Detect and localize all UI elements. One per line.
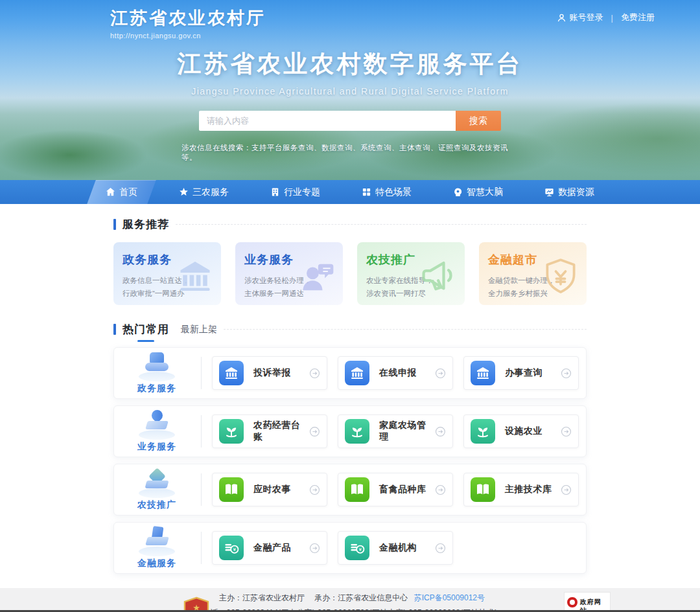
person-chat-icon [298,256,336,295]
nav-item-1[interactable]: 首页 [94,180,149,204]
recommend-card-1[interactable]: 政务服务政务信息一站直达，行政审批“一网通办 [113,242,221,305]
service-item-label: 设施农业 [505,425,542,437]
bank-icon [219,361,244,385]
finance-icon: ¥ [219,536,244,560]
service-item[interactable]: 家庭农场管理 [338,414,453,448]
footer-organizer: 承办：江苏省农业信息中心 [314,593,408,602]
hero-banner: 江苏省农业农村厅 http://nynct.jiangsu.gov.cn 账号登… [0,0,700,204]
service-item-label: 应时农事 [253,484,291,495]
topbar-separator: | [611,13,613,23]
arrow-circle-icon [435,484,446,495]
service-item[interactable]: 设施农业 [463,414,579,448]
service-item[interactable]: 农药经营台账 [212,414,327,448]
arrow-circle-icon [435,368,446,379]
book-icon [345,477,369,502]
service-row-2: 业务服务农药经营台账家庭农场管理设施农业 [113,405,587,457]
main-content: 服务推荐 政务服务政务信息一站直达，行政审批“一网通办业务服务涉农业务轻松办理，… [113,204,587,574]
service-item-label: 畜禽品种库 [379,484,426,495]
arrow-circle-icon [309,426,320,437]
shield-yuan-icon [541,256,580,295]
service-item-label: 金融机构 [379,542,417,554]
nav-item-label: 三农服务 [192,187,229,198]
service-item-label: 主推技术库 [505,484,552,495]
platform-title: 江苏省农业农村数字服务平台 [0,48,700,80]
service-item[interactable]: 投诉举报 [212,356,327,390]
gov-site-badge[interactable]: 政府网站 [564,592,611,612]
bank-icon [345,361,369,385]
hero-center: 江苏省农业农村数字服务平台 Jiangsu Province Agricultu… [0,34,700,163]
gov-illustration [135,352,178,381]
search-hint: 涉农信息在线搜索：支持平台服务查询、数据查询、系统查询、主体查询、证照查询及农技… [181,143,519,163]
nav-item-4[interactable]: 特色场景 [350,180,423,204]
service-item[interactable]: 主推技术库 [463,473,579,506]
service-category-label: 业务服务 [123,441,191,453]
section-accent-bar [113,219,116,230]
service-category[interactable]: 金融服务 [123,527,191,569]
nav-item-label: 数据资源 [558,187,594,198]
nav-item-label: 智慧大脑 [467,187,503,198]
scene-icon [362,187,371,197]
tab-latest[interactable]: 最新上架 [181,324,217,335]
nav-item-label: 特色场景 [375,187,412,198]
footer: ★ 主办：江苏省农业农村厅 承办：江苏省农业信息中心 苏ICP备05009012… [0,588,700,612]
dotted-divider [224,329,587,330]
service-item[interactable]: 畜禽品种库 [338,473,453,506]
hot-section: 热门常用 最新上架 政务服务投诉举报在线申报办事查询业务服务农药经营台账家庭农场… [113,322,587,574]
service-item[interactable]: ¥金融产品 [212,531,327,565]
login-link[interactable]: 账号登录 [570,12,603,23]
footer-sponsor: 主办：江苏省农业农村厅 [219,593,305,602]
recommend-card-2[interactable]: 业务服务涉农业务轻松办理，主体服务一网通达 [235,242,343,305]
topbar: 江苏省农业农村厅 http://nynct.jiangsu.gov.cn 账号登… [0,0,700,34]
icp-link[interactable]: 苏ICP备05009012号 [414,593,485,602]
vertical-divider [201,357,202,389]
service-item[interactable]: 应时农事 [212,473,327,506]
main-nav: 首页三农服务行业专题特色场景智慧大脑数据资源 [0,180,700,204]
service-item-label: 金融产品 [253,542,291,554]
hot-section-header: 热门常用 最新上架 [113,322,587,337]
service-category-label: 农技推广 [123,499,191,511]
tech-illustration [135,468,178,498]
search-button[interactable]: 搜索 [456,111,501,131]
service-item[interactable]: 在线申报 [338,356,453,390]
service-category[interactable]: 农技推广 [123,468,191,511]
search-bar: 搜索 [199,111,501,131]
arrow-circle-icon [309,484,320,495]
dotted-divider [176,224,587,225]
recommend-card-4[interactable]: 金融超市金融贷款一键办理，全力服务乡村振兴 [479,242,587,305]
arrow-circle-icon [309,368,320,379]
service-category-label: 金融服务 [123,558,191,569]
data-icon [544,187,554,197]
service-category[interactable]: 业务服务 [123,410,191,453]
service-category[interactable]: 政务服务 [123,352,191,394]
user-icon [557,13,566,23]
nav-item-2[interactable]: 三农服务 [167,180,240,204]
nav-item-5[interactable]: 智慧大脑 [441,180,515,204]
industry-icon [270,187,280,197]
nav-item-label: 行业专题 [284,187,320,198]
account-links: 账号登录 | 免费注册 [557,12,655,23]
site-title: 江苏省农业农村厅 [110,6,266,30]
page: 江苏省农业农村厅 http://nynct.jiangsu.gov.cn 账号登… [0,0,700,612]
service-item[interactable]: ¥金融机构 [338,531,453,565]
service-category-label: 政务服务 [123,383,191,394]
arrow-circle-icon [561,368,572,379]
gov-badge-icon [567,597,578,607]
bank-outline-icon [176,256,215,295]
footer-inner: ★ 主办：江苏省农业农村厅 承办：江苏省农业信息中心 苏ICP备05009012… [97,588,603,612]
finance-icon: ¥ [345,536,369,560]
nav-item-label: 首页 [119,187,137,198]
arrow-circle-icon [435,543,446,554]
nav-item-6[interactable]: 数据资源 [533,180,606,204]
tab-hot-common[interactable]: 热门常用 [122,322,169,337]
brain-icon [453,187,463,197]
service-item[interactable]: 办事查询 [463,356,579,390]
search-input[interactable] [199,111,456,131]
footer-text: 主办：江苏省农业农村厅 承办：江苏省农业信息中心 苏ICP备05009012号 … [97,588,603,612]
register-link[interactable]: 免费注册 [621,12,655,23]
sprout-icon [471,419,495,444]
nav-item-3[interactable]: 行业专题 [259,180,332,204]
site-brand[interactable]: 江苏省农业农村厅 http://nynct.jiangsu.gov.cn [110,6,266,40]
service-item-label: 投诉举报 [253,367,291,379]
recommend-card-3[interactable]: 农技推广农业专家在线指导，涉农资讯一网打尽 [357,242,465,305]
svg-text:¥: ¥ [233,547,237,552]
